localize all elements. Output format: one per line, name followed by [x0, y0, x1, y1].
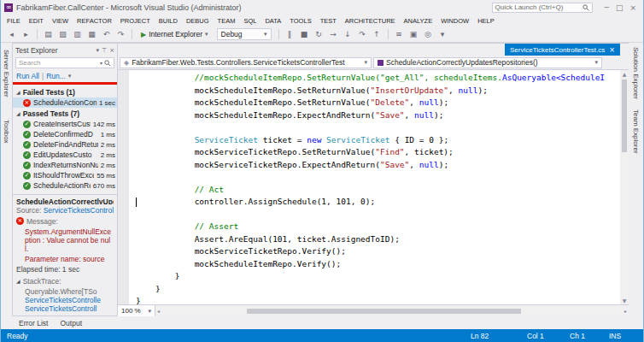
tab-server-explorer[interactable]: Server Explorer — [3, 50, 10, 97]
menu-item-debug[interactable]: DEBUG — [182, 17, 214, 25]
solution-configuration-dropdown[interactable]: Debug▾ — [217, 28, 272, 40]
code-line[interactable]: ServiceTicket ticket = new ServiceTicket… — [136, 134, 620, 147]
menu-item-test[interactable]: TEST — [316, 17, 341, 25]
scroll-right-icon[interactable]: ▸ — [623, 305, 629, 317]
code-line[interactable]: } — [136, 270, 620, 283]
undo-icon[interactable]: ↶ — [100, 28, 113, 41]
tab-output[interactable]: Output — [55, 316, 87, 329]
menu-item-view[interactable]: VIEW — [48, 17, 73, 25]
code-line[interactable]: Assert.AreEqual(101, ticket.AssignedToID… — [136, 233, 620, 246]
horizontal-scrollbar[interactable]: ◂ ▸ — [155, 305, 629, 316]
document-tab-active[interactable]: ServiceTicketsControllerTest.cs × — [505, 44, 620, 56]
type-dropdown[interactable]: ◈ FabrikamFiber.Web.Tests.Controllers.Se… — [120, 57, 372, 68]
test-item[interactable]: ✓EditUpdatesCusto2 ms — [13, 150, 117, 160]
test-group-header[interactable]: ◢Passed Tests (7) — [13, 108, 117, 119]
start-debugging-button[interactable]: ▶Internet Explorer▾ — [137, 30, 213, 38]
scroll-up-icon[interactable]: ▲ — [623, 70, 627, 78]
code-line[interactable] — [136, 171, 620, 184]
menu-item-edit[interactable]: EDIT — [25, 17, 48, 25]
code-editor[interactable]: //mockScheduleItemRepo.SetReturnValue("g… — [129, 70, 620, 304]
close-icon[interactable]: × — [109, 47, 114, 54]
menu-item-refactor[interactable]: REFACTOR — [73, 17, 116, 25]
menu-item-architecture[interactable]: ARCHITECTURE — [341, 17, 400, 25]
run-menu-link[interactable]: Run... — [46, 72, 66, 80]
new-project-icon[interactable]: ▤ — [42, 28, 55, 41]
member-dropdown[interactable]: ScheduleActionCorrectlyUpdatesRepositori… — [373, 57, 602, 68]
code-line[interactable]: mockScheduleItemRepo.SetReturnValue("Ins… — [136, 85, 620, 97]
test-item[interactable]: ✓DeleteConfirmedD1 ms — [13, 129, 117, 139]
test-item[interactable]: ✓IndexReturnsNonNul2 ms — [13, 160, 117, 170]
menu-item-window[interactable]: WINDOW — [436, 17, 473, 25]
test-item[interactable]: ×ScheduleActionCorrec1 sec — [13, 97, 117, 108]
navigate-forward-icon[interactable]: ▸ — [20, 28, 32, 41]
test-group-header[interactable]: ◢Failed Tests (1) — [13, 86, 117, 97]
tab-team-explorer[interactable]: Team Explorer — [632, 109, 640, 154]
menu-item-file[interactable]: FILE — [3, 17, 25, 25]
maximize-button[interactable]: □ — [616, 3, 624, 12]
stack-frame-link[interactable]: ServiceTicketsControll — [16, 304, 114, 313]
code-line[interactable]: mockScheduleItemRepo.SetReturnValue("Del… — [136, 97, 620, 109]
code-line[interactable] — [136, 121, 620, 134]
menu-item-help[interactable]: HELP — [473, 17, 499, 25]
menu-item-team[interactable]: TEAM — [214, 17, 240, 25]
close-icon[interactable]: × — [609, 46, 615, 54]
horizontal-scroll-thumb[interactable] — [247, 309, 521, 314]
code-line[interactable]: // Assert — [136, 221, 620, 233]
code-line[interactable] — [136, 209, 620, 221]
code-line[interactable]: } — [136, 295, 620, 304]
run-all-link[interactable]: Run All — [16, 72, 39, 80]
code-line[interactable]: // Act — [136, 184, 620, 197]
code-line[interactable]: mockServiceTicketRepo.Verify(); — [136, 245, 620, 258]
test-item[interactable]: ✓DeleteFindAndRetur2 ms — [13, 139, 117, 150]
pin-icon[interactable]: ⊤ — [102, 47, 107, 54]
menu-item-sql[interactable]: SQL — [239, 17, 261, 25]
open-file-icon[interactable]: ▨ — [56, 28, 69, 41]
code-line[interactable]: } — [136, 283, 620, 296]
solution-explorer-icon[interactable]: ≡ — [393, 28, 406, 41]
menu-item-project[interactable]: PROJECT — [116, 17, 155, 25]
tab-error-list[interactable]: Error List — [14, 316, 53, 329]
code-line[interactable]: //mockScheduleItemRepo.SetReturnValue("g… — [136, 72, 620, 85]
stop-debugging-icon[interactable]: ■ — [298, 28, 311, 41]
show-next-statement-icon[interactable]: → — [327, 28, 340, 41]
vertical-scroll-thumb[interactable] — [622, 80, 627, 152]
code-line[interactable]: controller.AssignSchedule(1, 101, 0); — [136, 196, 620, 209]
tab-toolbox[interactable]: Toolbox — [3, 120, 10, 144]
menu-item-data[interactable]: DATA — [261, 17, 285, 25]
code-line[interactable]: mockScheduleItemRepo.ExpectAndReturn("Sa… — [136, 109, 620, 122]
break-all-icon[interactable]: ‖ — [284, 28, 296, 41]
scroll-down-icon[interactable]: ▼ — [623, 297, 627, 304]
menu-item-analyze[interactable]: ANALYZE — [400, 17, 437, 25]
vertical-scrollbar[interactable]: ▲ ▼ — [620, 70, 629, 304]
find-in-files-icon[interactable]: ◎ — [422, 28, 435, 41]
test-item[interactable]: ✓ItShouldThrowExce55 ms — [13, 170, 117, 180]
code-line[interactable]: mockServiceTicketRepo.ExpectAndReturn("S… — [136, 159, 620, 172]
restart-icon[interactable]: ↻ — [313, 28, 325, 41]
quick-launch-input[interactable]: Quick Launch (Ctrl+Q) — [492, 3, 593, 13]
step-over-icon[interactable]: ↷ — [356, 28, 369, 41]
chevron-down-icon[interactable]: ▾ — [100, 60, 102, 66]
menu-item-tools[interactable]: TOOLS — [285, 17, 315, 25]
minimize-button[interactable]: ─ — [605, 3, 609, 12]
save-all-icon[interactable]: ▦ — [85, 28, 98, 41]
stack-frame-link[interactable]: ServiceTicketsControlle — [16, 296, 114, 304]
test-item[interactable]: ✓ScheduleActionRet670 ms — [13, 180, 117, 191]
scroll-left-icon[interactable]: ◂ — [155, 305, 161, 317]
code-line[interactable]: mockScheduleItemRepo.Verify(); — [136, 258, 620, 271]
menu-item-build[interactable]: BUILD — [155, 17, 182, 25]
redo-icon[interactable]: ↷ — [114, 28, 127, 41]
tab-solution-explorer[interactable]: Solution Explorer — [632, 47, 640, 99]
navigate-backward-icon[interactable]: ◂ — [5, 28, 18, 41]
step-out-icon[interactable]: ↑ — [371, 28, 383, 41]
save-icon[interactable]: ▥ — [71, 28, 84, 41]
step-into-icon[interactable]: ↓ — [342, 28, 354, 41]
properties-window-icon[interactable]: ▣ — [407, 28, 420, 41]
chevron-down-icon[interactable]: ▾ — [68, 73, 72, 80]
code-line[interactable]: mockServiceTicketRepo.SetReturnValue("Fi… — [136, 146, 620, 159]
zoom-control[interactable]: 100 % ▾ — [118, 305, 155, 316]
toolbar-options-icon[interactable]: ▾ — [436, 28, 449, 41]
window-position-icon[interactable]: ▾ — [97, 47, 100, 54]
close-button[interactable]: × — [629, 3, 636, 12]
test-item[interactable]: ✓CreateInsertsCusto142 ms — [13, 119, 117, 129]
test-source-link[interactable]: ServiceTicketsControll — [44, 206, 114, 213]
